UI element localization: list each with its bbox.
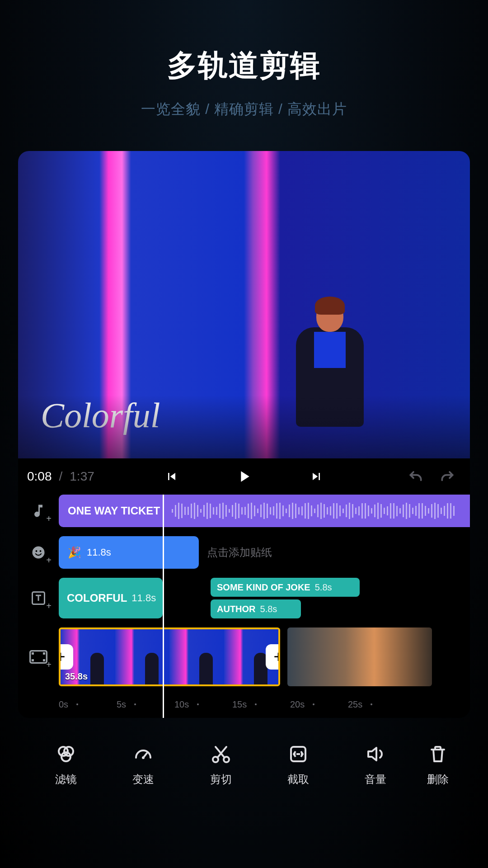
tool-filter[interactable]: 滤镜 [27, 742, 104, 787]
scissors-icon [209, 742, 233, 766]
time-separator: / [59, 469, 63, 484]
tool-label: 剪切 [210, 772, 232, 787]
next-button[interactable] [303, 463, 330, 490]
music-clip[interactable]: ONE WAY TICKET [59, 495, 470, 527]
video-clip-selected[interactable]: + + 35.8s [59, 627, 280, 686]
redo-button[interactable] [434, 463, 461, 490]
add-sticker-button[interactable]: + [27, 541, 50, 564]
svg-line-17 [216, 747, 225, 758]
svg-rect-7 [43, 652, 45, 655]
time-ruler[interactable]: 0s5s10s15s20s25s [18, 695, 470, 713]
tool-label: 删除 [427, 772, 449, 787]
timeline: + ONE WAY TICKET + 🎉 11.8s 点击添加贴纸 [18, 495, 470, 718]
music-clip-title: ONE WAY TICKET [68, 505, 160, 517]
tool-label: 音量 [365, 772, 386, 787]
text-pill-duration: 5.8s [260, 604, 277, 614]
sticker-emoji: 🎉 [68, 546, 81, 559]
svg-rect-8 [43, 659, 45, 661]
playhead[interactable] [163, 495, 164, 718]
crop-icon [286, 742, 310, 766]
text-icon [30, 590, 47, 606]
svg-rect-6 [32, 659, 34, 661]
sticker-hint[interactable]: 点击添加贴纸 [207, 545, 272, 560]
video-track: + + + 35.8s [18, 627, 470, 686]
redo-icon [438, 467, 456, 486]
sticker-duration: 11.8s [87, 547, 111, 558]
bottom-toolbar: 滤镜 变速 剪切 截取 音量 [18, 731, 470, 798]
prev-button[interactable] [158, 463, 185, 490]
text-clip-duration: 11.8s [131, 592, 156, 604]
tool-delete[interactable]: 删除 [414, 742, 461, 787]
text-pill-title: AUTHOR [217, 604, 256, 614]
text-clip-joke[interactable]: SOME KIND OF JOKE 5.8s [211, 578, 360, 597]
undo-icon [407, 467, 425, 486]
svg-point-11 [61, 752, 70, 761]
text-pill-duration: 5.8s [315, 582, 332, 593]
tool-volume[interactable]: 音量 [337, 742, 414, 787]
video-clip-duration: 35.8s [65, 671, 88, 682]
undo-button[interactable] [402, 463, 429, 490]
transport-bar: 0:08 / 1:37 [18, 458, 470, 495]
waveform [172, 502, 470, 520]
skip-back-icon [164, 469, 179, 484]
svg-point-2 [40, 550, 42, 552]
text-pill-title: SOME KIND OF JOKE [217, 582, 310, 593]
sticker-track: + 🎉 11.8s 点击添加贴纸 [18, 536, 470, 569]
filmstrip-icon [29, 650, 47, 664]
speed-icon [131, 742, 155, 766]
svg-point-1 [36, 550, 38, 552]
filter-icon [54, 742, 78, 766]
add-video-button[interactable]: + [27, 646, 50, 668]
text-track: + COLORFUL 11.8s SOME KIND OF JOKE 5.8s … [18, 578, 470, 618]
svg-line-16 [217, 747, 226, 758]
volume-icon [364, 742, 387, 766]
trim-handle-left[interactable]: + [59, 644, 73, 670]
svg-rect-5 [32, 652, 34, 655]
sticker-clip[interactable]: 🎉 11.8s [59, 536, 199, 569]
skip-forward-icon [309, 469, 324, 484]
text-clip-colorful[interactable]: COLORFUL 11.8s [59, 578, 163, 618]
time-total: 1:37 [70, 469, 94, 484]
time-current: 0:08 [27, 469, 52, 484]
trash-icon [426, 742, 450, 766]
music-track: + ONE WAY TICKET [18, 495, 470, 527]
tool-label: 滤镜 [55, 772, 77, 787]
music-icon [30, 503, 47, 519]
tool-label: 变速 [132, 772, 154, 787]
text-clip-title: COLORFUL [67, 592, 127, 604]
tool-label: 截取 [287, 772, 309, 787]
overlay-text: Colorful [41, 395, 160, 436]
hero-title: 多轨道剪辑 [167, 45, 321, 86]
add-music-button[interactable]: + [27, 500, 50, 522]
svg-point-0 [33, 547, 45, 559]
emoji-icon [30, 544, 47, 561]
tool-speed[interactable]: 变速 [104, 742, 182, 787]
add-text-button[interactable]: + [27, 587, 50, 609]
hero-subtitle: 一览全貌 / 精确剪辑 / 高效出片 [141, 99, 347, 119]
editor-panel: Colorful 0:08 / 1:37 [18, 151, 470, 718]
svg-line-13 [143, 753, 147, 758]
tool-crop[interactable]: 截取 [259, 742, 337, 787]
video-preview[interactable]: Colorful [18, 151, 470, 458]
tool-cut[interactable]: 剪切 [182, 742, 259, 787]
play-icon [235, 467, 253, 486]
text-clip-author[interactable]: AUTHOR 5.8s [211, 599, 301, 618]
play-button[interactable] [230, 463, 258, 490]
preview-subject [289, 296, 371, 458]
trim-handle-right[interactable]: + [266, 644, 280, 670]
video-clip-2[interactable] [287, 627, 432, 686]
